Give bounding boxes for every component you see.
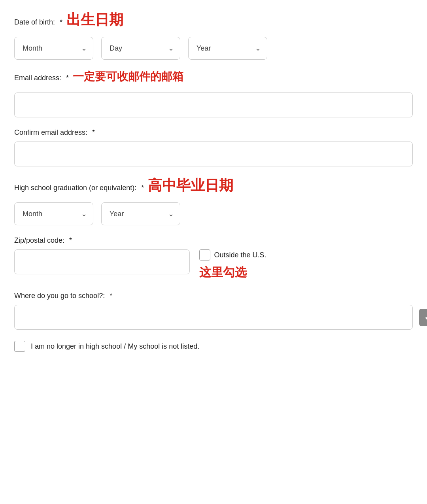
no-longer-hs-checkbox[interactable] — [14, 341, 25, 352]
confirm-email-label: Confirm email address: * — [14, 128, 413, 137]
hs-section: High school graduation (or equivalent): … — [14, 177, 413, 225]
dob-day-wrapper: Day 1234 5678 910 ⌄ — [101, 37, 180, 60]
zip-input[interactable] — [14, 249, 190, 274]
zip-required: * — [69, 236, 72, 245]
zip-outside-container: Outside the U.S. 这里勾选 — [14, 249, 413, 281]
dob-label-text: Date of birth: — [14, 18, 55, 26]
hs-dropdowns-row: Month JanuaryFebruaryMarch AprilMayJune … — [14, 202, 413, 225]
dob-year-wrapper: Year 2006200520042003 200220012000 ⌄ — [188, 37, 267, 60]
dob-year-select[interactable]: Year 2006200520042003 200220012000 — [188, 37, 267, 60]
dob-dropdowns-row: Month JanuaryFebruaryMarch AprilMayJune … — [14, 37, 413, 60]
hs-month-select[interactable]: Month JanuaryFebruaryMarch AprilMayJune … — [14, 202, 93, 225]
hs-label-text: High school graduation (or equivalent): — [14, 184, 136, 192]
confirm-email-label-text: Confirm email address: — [14, 128, 87, 137]
school-input[interactable] — [14, 305, 413, 330]
zip-label: Zip/postal code: * — [14, 236, 413, 245]
outside-annotation: 这里勾选 — [199, 264, 266, 281]
confirm-email-input[interactable] — [14, 142, 413, 166]
hs-annotation: 高中毕业日期 — [148, 177, 233, 193]
email-required: * — [66, 74, 69, 82]
dob-day-select[interactable]: Day 1234 5678 910 — [101, 37, 180, 60]
checkmark-floating-icon: ✓ — [419, 309, 427, 326]
hs-year-select[interactable]: Year 202420232022 202120202019 — [101, 202, 180, 225]
school-label-text: Where do you go to school?: — [14, 292, 105, 300]
confirm-email-section: Confirm email address: * — [14, 128, 413, 166]
email-input[interactable] — [14, 92, 413, 117]
email-label-text: Email address: — [14, 74, 61, 82]
hs-year-wrapper: Year 202420232022 202120202019 ⌄ — [101, 202, 180, 225]
bottom-checkbox-row: I am no longer in high school / My schoo… — [14, 341, 413, 352]
zip-label-text: Zip/postal code: — [14, 236, 64, 245]
email-label: Email address: * — [14, 74, 69, 82]
hs-label: High school graduation (or equivalent): … — [14, 184, 144, 192]
dob-section: Date of birth: * 出生日期 Month JanuaryFebru… — [14, 12, 413, 60]
outside-check-label-row: Outside the U.S. — [199, 249, 266, 260]
school-required: * — [110, 292, 112, 300]
email-section: Email address: * 一定要可收邮件的邮箱 — [14, 71, 413, 117]
dob-month-wrapper: Month JanuaryFebruaryMarch AprilMayJune … — [14, 37, 93, 60]
zip-section: Zip/postal code: * Outside the U.S. 这里勾选 — [14, 236, 413, 281]
email-annotation: 一定要可收邮件的邮箱 — [73, 71, 183, 83]
school-section: Where do you go to school?: * ✓ — [14, 292, 413, 330]
no-longer-hs-label: I am no longer in high school / My schoo… — [31, 342, 199, 351]
hs-month-wrapper: Month JanuaryFebruaryMarch AprilMayJune … — [14, 202, 93, 225]
dob-annotation: 出生日期 — [66, 12, 123, 28]
school-input-wrapper: ✓ — [14, 305, 413, 330]
outside-right-area: Outside the U.S. 这里勾选 — [199, 249, 266, 281]
confirm-email-required: * — [92, 128, 95, 137]
hs-required: * — [141, 184, 144, 192]
zip-input-wrapper — [14, 249, 190, 274]
outside-us-label: Outside the U.S. — [214, 251, 266, 259]
dob-required: * — [60, 18, 62, 26]
school-label: Where do you go to school?: * — [14, 292, 413, 300]
dob-label: Date of birth: * — [14, 18, 62, 26]
dob-month-select[interactable]: Month JanuaryFebruaryMarch AprilMayJune … — [14, 37, 93, 60]
outside-us-checkbox[interactable] — [199, 249, 210, 260]
